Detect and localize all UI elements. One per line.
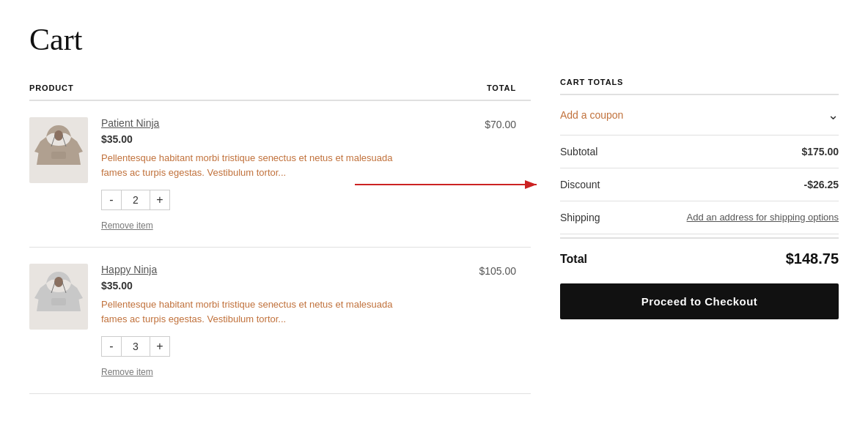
discount-row: Discount -$26.25 (560, 168, 839, 201)
svg-rect-5 (51, 298, 66, 305)
add-coupon-row[interactable]: Add a coupon ⌄ (560, 95, 839, 135)
subtotal-value: $175.00 (801, 146, 839, 157)
product-total: $105.00 (471, 248, 531, 394)
page-title: Cart (29, 22, 839, 57)
product-name-link[interactable]: Happy Ninja (101, 264, 157, 275)
product-thumbnail (33, 121, 84, 179)
quantity-decrease-button[interactable]: - (101, 336, 122, 357)
subtotal-label: Subtotal (560, 146, 597, 157)
chevron-down-icon: ⌄ (828, 107, 839, 123)
quantity-increase-button[interactable]: + (150, 336, 170, 357)
cart-totals-title: CART TOTALS (560, 78, 839, 95)
product-info: Happy Ninja $35.00 Pellentesque habitant… (101, 264, 471, 377)
table-row: Patient Ninja $35.00 Pellentesque habita… (29, 100, 531, 248)
product-cell: Patient Ninja $35.00 Pellentesque habita… (29, 117, 471, 231)
shipping-row: Shipping Add an address for shipping opt… (560, 201, 839, 234)
product-price: $35.00 (101, 133, 471, 145)
product-cell: Happy Ninja $35.00 Pellentesque habitant… (29, 264, 471, 377)
discount-label: Discount (560, 179, 600, 190)
product-thumbnail (33, 267, 84, 326)
product-image (29, 264, 88, 330)
total-row: Total $148.75 (560, 237, 839, 278)
shipping-options-link[interactable]: Add an address for shipping options (687, 212, 839, 223)
product-image (29, 117, 88, 183)
product-total: $70.00 (471, 100, 531, 248)
cart-main: PRODUCT TOTAL (29, 78, 531, 394)
quantity-increase-button[interactable]: + (150, 190, 170, 210)
remove-item-link[interactable]: Remove item (101, 220, 153, 231)
shipping-label: Shipping (560, 212, 600, 223)
col-header-total: TOTAL (471, 78, 531, 100)
svg-line-6 (51, 282, 55, 293)
coupon-label: Add a coupon (560, 109, 623, 121)
cart-table: PRODUCT TOTAL (29, 78, 531, 394)
total-value: $148.75 (786, 250, 839, 267)
quantity-control: - 3 + (101, 336, 471, 357)
total-label: Total (560, 253, 587, 266)
product-price: $35.00 (101, 280, 471, 292)
col-header-product: PRODUCT (29, 78, 471, 100)
svg-point-4 (54, 277, 63, 287)
product-name-link[interactable]: Patient Ninja (101, 117, 159, 129)
remove-item-link[interactable]: Remove item (101, 367, 153, 377)
svg-line-3 (62, 135, 66, 146)
quantity-control: - 2 + (101, 190, 471, 210)
checkout-button[interactable]: Proceed to Checkout (560, 283, 839, 319)
subtotal-row: Subtotal $175.00 (560, 135, 839, 168)
quantity-value: 2 (122, 190, 150, 210)
product-info: Patient Ninja $35.00 Pellentesque habita… (101, 117, 471, 231)
cart-sidebar: CART TOTALS Add a coupon ⌄ Subtotal $175… (560, 78, 839, 319)
quantity-decrease-button[interactable]: - (101, 190, 122, 210)
discount-value: -$26.25 (804, 179, 839, 190)
product-description: Pellentesque habitant morbi tristique se… (101, 151, 416, 179)
svg-point-0 (54, 130, 63, 141)
svg-line-2 (51, 135, 55, 146)
table-row: Happy Ninja $35.00 Pellentesque habitant… (29, 248, 531, 394)
quantity-value: 3 (122, 336, 150, 357)
svg-rect-1 (51, 152, 66, 159)
product-description: Pellentesque habitant morbi tristique se… (101, 297, 416, 326)
svg-line-7 (62, 282, 66, 293)
